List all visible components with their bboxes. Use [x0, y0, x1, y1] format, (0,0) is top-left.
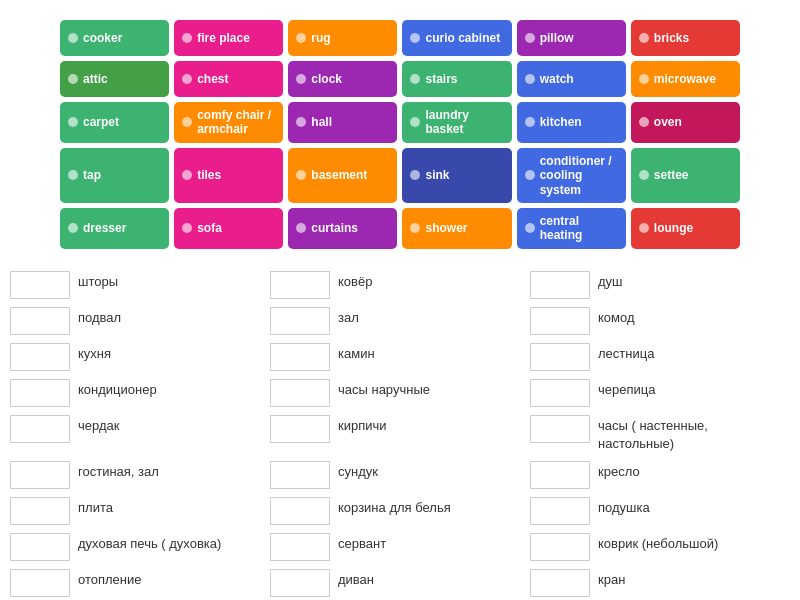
word-button-lounge[interactable]: lounge	[631, 208, 740, 249]
word-button-bricks[interactable]: bricks	[631, 20, 740, 56]
word-button-chest[interactable]: chest	[174, 61, 283, 97]
match-input-box[interactable]	[270, 497, 330, 525]
match-table: шторыковёрдушподвалзалкомодкухнякаминлес…	[10, 269, 790, 600]
word-button-sink[interactable]: sink	[402, 148, 511, 203]
word-button-label: basement	[311, 168, 367, 182]
match-group: кресло	[530, 459, 790, 489]
match-input-box[interactable]	[530, 497, 590, 525]
word-button-clock[interactable]: clock	[288, 61, 397, 97]
word-button-shower[interactable]: shower	[402, 208, 511, 249]
match-input-box[interactable]	[10, 415, 70, 443]
word-button-dresser[interactable]: dresser	[60, 208, 169, 249]
match-input-box[interactable]	[530, 415, 590, 443]
match-russian-label: ковёр	[338, 269, 372, 291]
word-button-label: pillow	[540, 31, 574, 45]
match-input-box[interactable]	[10, 533, 70, 561]
bullet-icon	[68, 33, 78, 43]
word-button-hall[interactable]: hall	[288, 102, 397, 143]
bullet-icon	[639, 74, 649, 84]
match-input-box[interactable]	[270, 415, 330, 443]
match-group: кран	[530, 567, 790, 597]
bullet-icon	[410, 33, 420, 43]
word-button-label: bricks	[654, 31, 689, 45]
bullet-icon	[68, 74, 78, 84]
match-russian-label: комод	[598, 305, 635, 327]
match-group: комод	[530, 305, 790, 335]
word-button-comfy-chair-/-armchair[interactable]: comfy chair / armchair	[174, 102, 283, 143]
match-input-box[interactable]	[530, 569, 590, 597]
word-button-kitchen[interactable]: kitchen	[517, 102, 626, 143]
word-button-attic[interactable]: attic	[60, 61, 169, 97]
bullet-icon	[639, 117, 649, 127]
match-russian-label: кран	[598, 567, 625, 589]
word-button-label: chest	[197, 72, 228, 86]
match-input-box[interactable]	[530, 461, 590, 489]
match-group: ковёр	[270, 269, 530, 299]
match-group: часы наручные	[270, 377, 530, 407]
word-button-label: shower	[425, 221, 467, 235]
match-input-box[interactable]	[530, 271, 590, 299]
word-button-label: cooker	[83, 31, 122, 45]
match-input-box[interactable]	[270, 307, 330, 335]
match-input-box[interactable]	[10, 271, 70, 299]
word-button-rug[interactable]: rug	[288, 20, 397, 56]
bullet-icon	[296, 74, 306, 84]
match-input-box[interactable]	[10, 379, 70, 407]
word-button-curio-cabinet[interactable]: curio cabinet	[402, 20, 511, 56]
word-button-curtains[interactable]: curtains	[288, 208, 397, 249]
word-button-label: comfy chair / armchair	[197, 108, 275, 137]
match-group: подвал	[10, 305, 270, 335]
word-button-settee[interactable]: settee	[631, 148, 740, 203]
match-input-box[interactable]	[10, 307, 70, 335]
word-button-oven[interactable]: oven	[631, 102, 740, 143]
match-russian-label: часы ( настенные, настольные)	[598, 413, 780, 453]
bullet-icon	[68, 170, 78, 180]
match-input-box[interactable]	[270, 461, 330, 489]
match-input-box[interactable]	[270, 569, 330, 597]
match-input-box[interactable]	[530, 379, 590, 407]
bullet-icon	[182, 74, 192, 84]
word-button-central-heating[interactable]: central heating	[517, 208, 626, 249]
bullet-icon	[525, 170, 535, 180]
word-button-tap[interactable]: tap	[60, 148, 169, 203]
match-row: кондиционерчасы наручныечерепица	[10, 377, 790, 407]
match-row: гостиная, залсундуккресло	[10, 459, 790, 489]
match-russian-label: кресло	[598, 459, 640, 481]
match-input-box[interactable]	[270, 379, 330, 407]
match-input-box[interactable]	[10, 461, 70, 489]
word-button-cooker[interactable]: cooker	[60, 20, 169, 56]
match-input-box[interactable]	[530, 307, 590, 335]
word-button-watch[interactable]: watch	[517, 61, 626, 97]
match-russian-label: плита	[78, 495, 113, 517]
word-button-laundry-basket[interactable]: laundry basket	[402, 102, 511, 143]
match-input-box[interactable]	[530, 533, 590, 561]
bullet-icon	[525, 33, 535, 43]
word-button-sofa[interactable]: sofa	[174, 208, 283, 249]
match-input-box[interactable]	[10, 343, 70, 371]
match-group: кондиционер	[10, 377, 270, 407]
word-button-microwave[interactable]: microwave	[631, 61, 740, 97]
match-input-box[interactable]	[270, 533, 330, 561]
word-button-carpet[interactable]: carpet	[60, 102, 169, 143]
match-group: душ	[530, 269, 790, 299]
match-input-box[interactable]	[10, 569, 70, 597]
word-button-label: microwave	[654, 72, 716, 86]
match-russian-label: коврик (небольшой)	[598, 531, 718, 553]
word-button-fire-place[interactable]: fire place	[174, 20, 283, 56]
match-russian-label: чердак	[78, 413, 119, 435]
word-button-basement[interactable]: basement	[288, 148, 397, 203]
bullet-icon	[182, 33, 192, 43]
word-button-stairs[interactable]: stairs	[402, 61, 511, 97]
match-input-box[interactable]	[10, 497, 70, 525]
word-button-pillow[interactable]: pillow	[517, 20, 626, 56]
word-button-conditioner-/-cooling-system[interactable]: conditioner / cooling system	[517, 148, 626, 203]
match-input-box[interactable]	[270, 271, 330, 299]
match-row: духовая печь ( духовка)сервантковрик (не…	[10, 531, 790, 561]
match-input-box[interactable]	[530, 343, 590, 371]
match-input-box[interactable]	[270, 343, 330, 371]
match-group: шторы	[10, 269, 270, 299]
bullet-icon	[525, 74, 535, 84]
word-button-tiles[interactable]: tiles	[174, 148, 283, 203]
bullet-icon	[525, 223, 535, 233]
word-button-label: sofa	[197, 221, 222, 235]
